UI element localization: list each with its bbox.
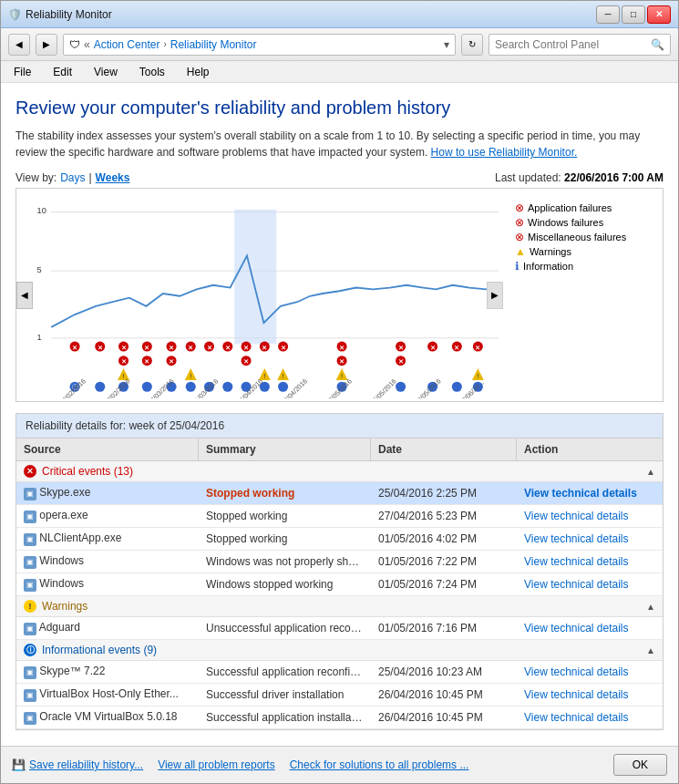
refresh-button[interactable]: ↻	[461, 34, 483, 56]
menu-help[interactable]: Help	[181, 64, 215, 80]
svg-text:10: 10	[37, 206, 46, 215]
row-date: 01/05/2016 7:22 PM	[371, 552, 517, 572]
minimize-button[interactable]: ─	[596, 5, 620, 24]
table-row: ▣ Windows Windows was not properly shut …	[16, 551, 663, 573]
view-by-options: View by: Days | Weeks	[15, 171, 129, 184]
svg-text:✕: ✕	[454, 344, 459, 352]
svg-text:!: !	[263, 372, 265, 380]
info-chevron[interactable]: ▲	[646, 645, 655, 655]
save-icon: 💾	[12, 758, 26, 771]
menu-tools[interactable]: Tools	[134, 64, 170, 80]
windows-failures-row: ✕ ✕ ✕ ✕ ✕ ✕	[118, 356, 406, 366]
breadcrumb-reliability-monitor[interactable]: Reliability Monitor	[170, 38, 257, 51]
view-by-separator: |	[88, 171, 91, 184]
row-source: ▣ Windows	[16, 551, 199, 573]
last-updated: Last updated: 22/06/2016 7:00 AM	[495, 171, 664, 184]
row-source: ▣ Skype.exe	[16, 482, 199, 504]
view-technical-details-link[interactable]: View technical details	[517, 506, 663, 526]
view-problem-reports-link[interactable]: View all problem reports	[158, 758, 275, 771]
warnings-chevron[interactable]: ▲	[646, 602, 655, 612]
critical-icon: ✕	[24, 465, 36, 478]
svg-text:✕: ✕	[475, 344, 480, 352]
bottom-links: 💾 Save reliability history... View all p…	[12, 758, 468, 771]
forward-button[interactable]: ▶	[36, 34, 57, 56]
details-header: Reliability details for: week of 25/04/2…	[16, 414, 663, 438]
check-solutions-link[interactable]: Check for solutions to all problems ...	[290, 758, 469, 771]
row-summary: Stopped working	[199, 506, 371, 526]
svg-text:!: !	[341, 372, 343, 380]
menu-bar: File Edit View Tools Help	[1, 61, 678, 83]
app-icon: ▣	[24, 712, 36, 725]
view-by-label: View by:	[15, 171, 57, 184]
svg-text:02/05/2016: 02/05/2016	[324, 377, 353, 398]
row-date: 26/04/2016 10:45 PM	[371, 707, 517, 727]
back-button[interactable]: ◀	[8, 34, 30, 56]
svg-text:✕: ✕	[144, 344, 149, 352]
nav-bar: ◀ ▶ 🛡 « Action Center › Reliability Moni…	[1, 28, 678, 61]
reliability-chart[interactable]: 10 5 1 ✕	[33, 189, 503, 398]
breadcrumb-arrow: ›	[163, 39, 166, 49]
view-technical-details-link[interactable]: View technical details	[517, 662, 663, 682]
breadcrumb-dropdown[interactable]: ▾	[444, 38, 449, 51]
view-technical-details-link[interactable]: View technical details	[517, 574, 663, 594]
svg-text:08/02/2016: 08/02/2016	[57, 377, 87, 398]
main-window: 🛡️ Reliability Monitor ─ □ ✕ ◀ ▶ 🛡 « Act…	[0, 0, 679, 784]
info-icon: ⓘ	[24, 644, 36, 656]
svg-text:1: 1	[37, 333, 42, 342]
app-icon: ▣	[24, 556, 36, 569]
svg-text:✕: ✕	[398, 344, 404, 352]
info-label: Informational events (9)	[42, 644, 157, 656]
menu-edit[interactable]: Edit	[47, 64, 77, 80]
table-row: ▣ VirtualBox Host-Only Ether... Successf…	[16, 684, 663, 707]
view-technical-details-link[interactable]: View technical details	[517, 483, 663, 503]
menu-file[interactable]: File	[8, 64, 36, 80]
chart-nav-left[interactable]: ◀	[16, 282, 33, 309]
legend-info: ℹ Information	[515, 260, 655, 273]
view-technical-details-link[interactable]: View technical details	[517, 707, 663, 727]
svg-text:✕: ✕	[339, 344, 345, 352]
window-title: Reliability Monitor	[26, 8, 112, 21]
view-by-days[interactable]: Days	[60, 171, 85, 184]
how-to-link[interactable]: How to use Reliability Monitor.	[431, 146, 578, 159]
row-summary: Successful driver installation	[199, 685, 371, 705]
row-summary: Unsuccessful application reconfig...	[199, 618, 371, 638]
row-date: 25/04/2016 10:23 AM	[371, 662, 517, 682]
last-updated-label: Last updated:	[495, 171, 564, 184]
breadcrumb-separator: «	[84, 38, 90, 51]
breadcrumb-action-center[interactable]: Action Center	[94, 38, 160, 51]
critical-section-header[interactable]: ✕ Critical events (13) ▲	[16, 461, 663, 482]
svg-text:✕: ✕	[225, 344, 231, 352]
view-technical-details-link[interactable]: View technical details	[517, 685, 663, 705]
view-technical-details-link[interactable]: View technical details	[517, 529, 663, 549]
critical-chevron[interactable]: ▲	[646, 467, 655, 477]
warnings-label: Warnings	[42, 600, 87, 613]
chart-nav-right[interactable]: ▶	[487, 282, 503, 309]
breadcrumb-icon: 🛡	[69, 38, 80, 51]
search-box[interactable]: 🔍	[489, 34, 671, 56]
info-section-header[interactable]: ⓘ Informational events (9) ▲	[16, 640, 663, 661]
title-bar: 🛡️ Reliability Monitor ─ □ ✕	[1, 1, 678, 28]
row-date: 25/04/2016 2:25 PM	[371, 483, 517, 503]
svg-text:✕: ✕	[121, 357, 127, 366]
svg-text:✕: ✕	[98, 344, 103, 352]
close-button[interactable]: ✕	[647, 5, 671, 24]
menu-view[interactable]: View	[88, 64, 123, 80]
description-text: The stability index assesses your system…	[15, 128, 664, 160]
row-source: ▣ VirtualBox Host-Only Ether...	[16, 684, 199, 706]
row-summary: Successful application reconfigurats...	[199, 662, 371, 682]
legend-app-failures-label: Application failures	[528, 202, 612, 213]
save-history-link[interactable]: 💾 Save reliability history...	[12, 758, 143, 771]
row-source: ▣ Windows	[16, 573, 199, 595]
view-by-weeks[interactable]: Weeks	[96, 171, 130, 184]
maximize-button[interactable]: □	[622, 5, 645, 24]
col-action: Action	[517, 438, 663, 460]
app-icon: ▣	[24, 488, 36, 500]
svg-text:!: !	[283, 372, 284, 380]
chart-container: ◀ 10 5 1	[15, 188, 664, 402]
warnings-section-header[interactable]: ! Warnings ▲	[16, 596, 663, 617]
search-input[interactable]	[495, 38, 647, 51]
svg-text:✕: ✕	[207, 344, 212, 352]
view-technical-details-link[interactable]: View technical details	[517, 618, 663, 638]
ok-button[interactable]: OK	[613, 754, 667, 776]
view-technical-details-link[interactable]: View technical details	[517, 552, 663, 572]
